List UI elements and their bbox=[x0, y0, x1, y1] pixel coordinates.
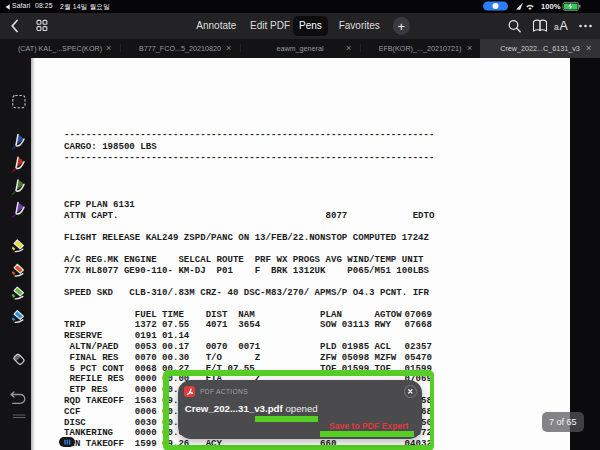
svg-text:100%: 100% bbox=[541, 2, 561, 11]
svg-text:A: A bbox=[560, 19, 569, 33]
svg-text:a: a bbox=[554, 22, 559, 32]
